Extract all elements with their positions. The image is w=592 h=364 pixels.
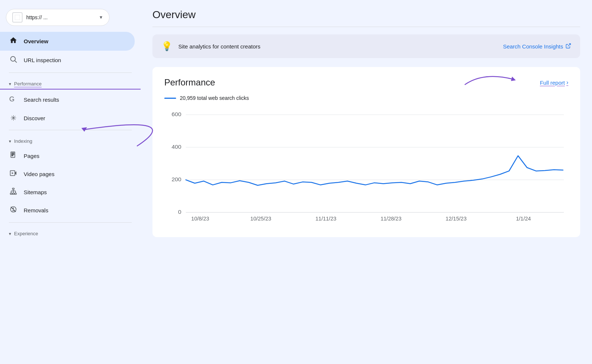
- overview-label: Overview: [24, 38, 48, 44]
- pages-icon: [9, 151, 18, 161]
- search-results-label: Search results: [24, 97, 59, 103]
- svg-rect-6: [12, 154, 14, 155]
- sitemaps-label: Sitemaps: [24, 189, 47, 195]
- sitemaps-icon: [9, 188, 18, 197]
- clicks-legend: 20,959 total web search clicks: [164, 95, 568, 101]
- url-inspection-label: URL inspection: [24, 57, 61, 63]
- sidebar-item-overview[interactable]: Overview: [0, 32, 135, 51]
- sidebar-item-url-inspection[interactable]: URL inspection: [0, 51, 135, 70]
- svg-text:1/1/24: 1/1/24: [516, 216, 531, 222]
- sidebar: https:// ... ▼ Overview URL inspection ▾…: [0, 0, 141, 364]
- svg-text:0: 0: [178, 209, 181, 215]
- property-url-text: https:// ...: [26, 14, 95, 20]
- home-icon: [9, 36, 18, 46]
- full-report-link[interactable]: Full report ›: [540, 79, 568, 86]
- svg-rect-14: [14, 193, 16, 194]
- insights-link-label: Search Console Insights: [503, 43, 563, 50]
- clicks-label: 20,959 total web search clicks: [180, 95, 249, 101]
- arrow-to-report-annotation: [461, 70, 520, 88]
- indexing-chevron-icon: ▾: [9, 139, 11, 144]
- page-title: Overview: [152, 9, 580, 21]
- full-report-chevron-icon: ›: [566, 79, 568, 86]
- lightbulb-icon: 💡: [161, 41, 172, 51]
- svg-point-1: [11, 57, 16, 61]
- video-pages-label: Video pages: [24, 171, 54, 177]
- performance-card-header: Performance Full report ›: [164, 77, 568, 88]
- dropdown-arrow-icon: ▼: [99, 15, 103, 20]
- video-icon: [9, 169, 18, 179]
- main-content: Overview 💡 Site analytics for content cr…: [141, 0, 592, 364]
- sidebar-item-video-pages[interactable]: Video pages: [0, 165, 135, 183]
- svg-rect-0: [15, 15, 20, 20]
- legend-line: [164, 98, 176, 99]
- insights-left: 💡 Site analytics for content creators: [161, 41, 260, 51]
- svg-rect-11: [13, 188, 14, 189]
- search-icon: [9, 55, 18, 65]
- svg-rect-7: [12, 155, 13, 156]
- sidebar-item-discover[interactable]: ✳ Discover: [0, 109, 135, 127]
- experience-section-text: Experience: [14, 231, 38, 236]
- svg-rect-5: [12, 153, 14, 154]
- svg-rect-13: [13, 193, 14, 194]
- external-link-icon: [565, 43, 571, 50]
- performance-card: Performance Full report › 20,959 total w…: [152, 67, 580, 237]
- svg-text:12/15/23: 12/15/23: [445, 216, 467, 222]
- sidebar-item-removals[interactable]: Removals: [0, 201, 135, 219]
- indexing-section-text: Indexing: [14, 138, 32, 144]
- discover-label: Discover: [24, 115, 45, 121]
- sidebar-item-pages[interactable]: Pages: [0, 147, 135, 165]
- svg-text:200: 200: [172, 176, 181, 182]
- removals-icon: [9, 206, 18, 215]
- nav-divider-3: [9, 222, 132, 223]
- svg-line-2: [15, 61, 17, 63]
- performance-chevron-icon: ▾: [9, 81, 11, 87]
- svg-text:11/28/23: 11/28/23: [380, 216, 401, 222]
- property-dropdown[interactable]: https:// ... ▼: [6, 9, 110, 26]
- sidebar-item-search-results[interactable]: G Search results: [0, 90, 135, 109]
- svg-line-24: [568, 44, 571, 46]
- google-icon: G: [9, 95, 18, 105]
- svg-marker-25: [511, 77, 516, 81]
- search-console-insights-link[interactable]: Search Console Insights: [503, 43, 571, 50]
- insights-text: Site analytics for content creators: [178, 43, 260, 50]
- svg-text:600: 600: [172, 111, 181, 117]
- pages-label: Pages: [24, 153, 40, 159]
- svg-rect-12: [10, 193, 12, 194]
- svg-text:400: 400: [172, 144, 181, 149]
- sidebar-item-sitemaps[interactable]: Sitemaps: [0, 183, 135, 201]
- nav-divider-2: [9, 130, 132, 130]
- svg-marker-10: [12, 172, 14, 174]
- favicon-icon: [15, 15, 20, 20]
- property-selector: https:// ... ▼: [6, 9, 135, 26]
- removals-label: Removals: [24, 207, 48, 213]
- svg-text:10/25/23: 10/25/23: [250, 216, 272, 222]
- chart-svg: 600 400 200 0 10/8/23 10/25/23 11/11/23 …: [164, 108, 568, 227]
- page-title-divider: [152, 27, 580, 27]
- indexing-section-label[interactable]: ▾ Indexing: [0, 133, 141, 147]
- performance-section-label[interactable]: ▾ Performance: [0, 76, 141, 90]
- performance-section-text: Performance: [14, 81, 41, 87]
- performance-card-title: Performance: [164, 77, 215, 88]
- svg-text:11/11/23: 11/11/23: [315, 216, 336, 222]
- performance-chart: 600 400 200 0 10/8/23 10/25/23 11/11/23 …: [164, 108, 568, 227]
- svg-text:10/8/23: 10/8/23: [191, 216, 209, 222]
- asterisk-icon: ✳: [9, 114, 18, 122]
- svg-text:G: G: [9, 95, 14, 103]
- insights-banner: 💡 Site analytics for content creators Se…: [152, 34, 580, 58]
- experience-section-label[interactable]: ▾ Experience: [0, 226, 141, 239]
- property-favicon: [12, 12, 23, 23]
- experience-chevron-icon: ▾: [9, 231, 11, 236]
- nav-divider-1: [9, 73, 132, 73]
- full-report-label: Full report: [540, 80, 565, 86]
